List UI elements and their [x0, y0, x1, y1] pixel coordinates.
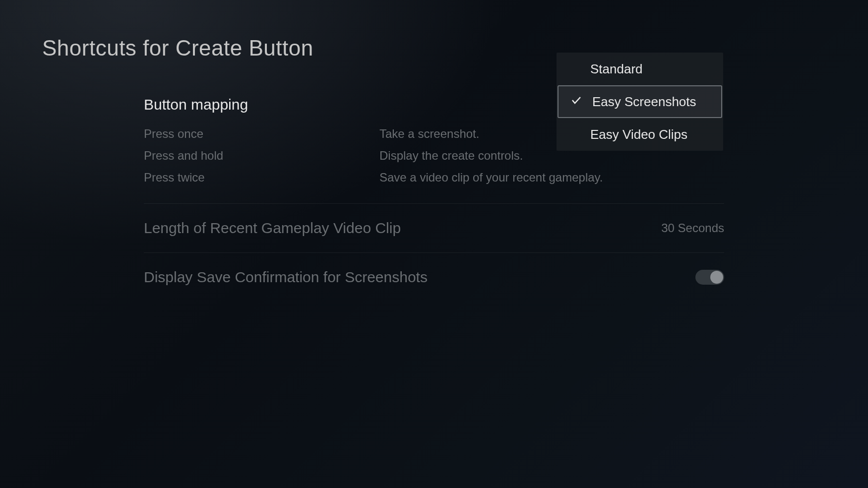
check-icon — [570, 94, 582, 110]
mapping-action: Press twice — [144, 171, 379, 184]
button-mapping-dropdown: Standard Easy Screenshots Easy Video Cli… — [557, 53, 723, 151]
mapping-row: Press and hold Display the create contro… — [144, 149, 724, 163]
mapping-action: Press and hold — [144, 149, 379, 163]
toggle-knob — [710, 271, 723, 284]
dropdown-item-standard[interactable]: Standard — [557, 53, 723, 85]
check-space — [570, 94, 592, 110]
dropdown-item-label: Easy Video Clips — [590, 127, 711, 142]
video-clip-length-setting[interactable]: Length of Recent Gameplay Video Clip 30 … — [144, 204, 724, 252]
setting-value: 30 Seconds — [661, 221, 724, 235]
setting-label: Length of Recent Gameplay Video Clip — [144, 220, 661, 237]
save-confirmation-setting[interactable]: Display Save Confirmation for Screenshot… — [144, 253, 724, 302]
dropdown-item-label: Easy Screenshots — [592, 94, 709, 110]
dropdown-item-easy-screenshots[interactable]: Easy Screenshots — [558, 85, 722, 118]
mapping-description: Save a video clip of your recent gamepla… — [379, 171, 724, 184]
mapping-action: Press once — [144, 127, 379, 141]
dropdown-item-easy-video-clips[interactable]: Easy Video Clips — [557, 118, 723, 151]
save-confirmation-toggle[interactable] — [695, 270, 724, 285]
dropdown-item-label: Standard — [590, 61, 711, 77]
page-title: Shortcuts for Create Button — [42, 36, 313, 61]
mapping-description: Display the create controls. — [379, 149, 724, 163]
setting-label: Display Save Confirmation for Screenshot… — [144, 269, 695, 286]
mapping-row: Press twice Save a video clip of your re… — [144, 171, 724, 184]
